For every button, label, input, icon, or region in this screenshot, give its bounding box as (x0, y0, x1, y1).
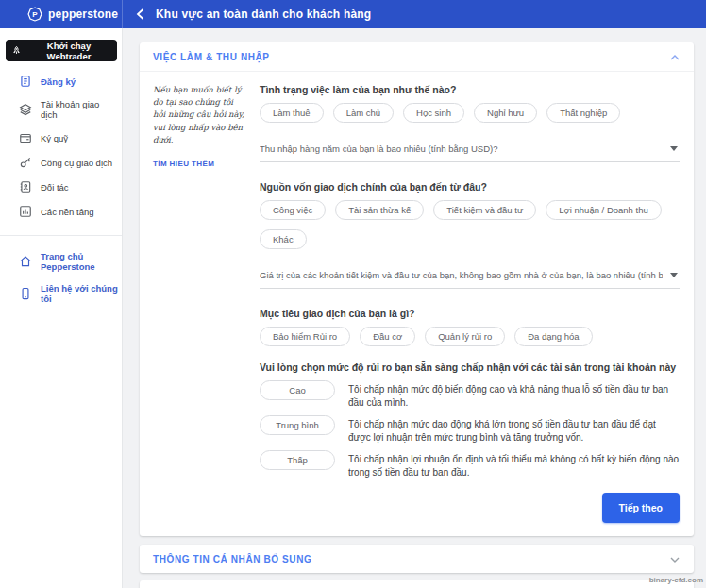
pepperstone-logo-icon: P (27, 7, 42, 22)
home-icon (19, 255, 32, 268)
sidebar-item-ky-quy[interactable]: Ký quỹ (0, 126, 122, 150)
risk-tolerance-group: Vui lòng chọn mức độ rủi ro bạn sẵn sàng… (260, 361, 680, 479)
rocket-icon (11, 45, 22, 56)
chip-cong-viec[interactable]: Công việc (260, 200, 326, 220)
chip-lam-thue[interactable]: Làm thuê (260, 103, 324, 123)
chip-loi-nhuan-doanh-thu[interactable]: Lợi nhuận / Doanh thu (546, 200, 661, 220)
chip-tai-san-thua-ke[interactable]: Tài sản thừa kế (335, 200, 424, 220)
risk-option-thap[interactable]: Thấp (260, 450, 335, 470)
sidebar-nav: Đăng ký Tài khoản giao dịch Ký quỹ Công … (0, 69, 122, 224)
contacts-icon (19, 180, 32, 193)
savings-value-label: Giá trị của các khoản tiết kiệm và đầu t… (260, 270, 663, 280)
chip-quan-ly-rui-ro[interactable]: Quản lý rủi ro (425, 327, 505, 346)
employment-income-header[interactable]: VIỆC LÀM & THU NHẬP (140, 42, 694, 72)
chip-tiet-kiem-va-dau-tu[interactable]: Tiết kiệm và đầu tư (433, 200, 536, 220)
phone-icon (19, 287, 32, 300)
document-icon (19, 75, 32, 88)
sidebar-item-label: Công cụ giao dịch (41, 158, 112, 168)
chip-lam-chu[interactable]: Làm chủ (333, 103, 394, 123)
employment-options: Làm thuê Làm chủ Học sinh Nghỉ hưu Thất … (260, 103, 680, 123)
main-content: VIỆC LÀM & THU NHẬP Nếu bạn muốn biết lý… (123, 28, 706, 588)
chip-hoc-sinh[interactable]: Học sinh (403, 103, 464, 123)
sidebar-item-label: Các nền tảng (41, 207, 94, 217)
next-button[interactable]: Tiếp theo (602, 493, 680, 523)
employment-income-body: Nếu bạn muốn biết lý do tại sao chúng tô… (140, 72, 694, 485)
question-funds-source: Nguồn vốn giao dịch chính của bạn đến từ… (260, 181, 680, 193)
layers-icon (19, 103, 32, 116)
sidebar-item-label: Đối tác (41, 182, 69, 193)
info-note-column: Nếu bạn muốn biết lý do tại sao chúng tô… (153, 84, 245, 485)
risk-option-cao[interactable]: Cao (260, 380, 335, 400)
trading-objective-options: Bảo hiểm Rủi ro Đầu cơ Quản lý rủi ro Đa… (260, 327, 680, 346)
watermark: binary-cfd.com (649, 576, 703, 584)
topbar: P pepperstone Khu vực an toàn dành cho k… (0, 0, 706, 28)
brand-name: pepperstone (48, 8, 118, 21)
sidebar-item-label: Ký quỹ (41, 133, 68, 143)
sidebar-item-label: Đăng ký (41, 76, 76, 87)
section-title: VIỆC LÀM & THU NHẬP (153, 52, 270, 62)
chip-dau-co[interactable]: Đầu cơ (360, 327, 415, 346)
chevron-left-icon (136, 8, 144, 20)
learn-more-link[interactable]: TÌM HIỂU THÊM (153, 160, 214, 168)
chip-khac[interactable]: Khác (260, 229, 307, 249)
question-risk-tolerance: Vui lòng chọn mức độ rủi ro bạn sẵn sàng… (260, 361, 680, 373)
key-icon (19, 156, 32, 169)
accordion-thong-tin-ca-nhan-bo-sung: THÔNG TIN CÁ NHÂN BỔ SUNG (140, 545, 694, 573)
risk-option-trung-binh[interactable]: Trung bình (260, 415, 335, 435)
chip-da-dang-hoa[interactable]: Đa dạng hóa (514, 327, 592, 346)
sidebar-item-label: Trang chủ Pepperstone (41, 251, 118, 272)
risk-row-medium: Trung bình Tôi chấp nhận mức dao động kh… (260, 415, 680, 444)
caret-down-icon (670, 146, 678, 151)
chip-that-nghiep[interactable]: Thất nghiệp (546, 103, 620, 123)
question-trading-objective: Mục tiêu giao dịch của bạn là gì? (260, 308, 680, 319)
sidebar-item-label: Liên hệ với chúng tôi (41, 283, 118, 304)
question-employment-status: Tình trạng việc làm của bạn như thế nào? (260, 84, 680, 95)
wallet-icon (19, 131, 32, 144)
brand: P pepperstone (0, 0, 123, 28)
chip-bao-hiem-rui-ro[interactable]: Bảo hiểm Rủi ro (260, 327, 350, 346)
risk-description-medium: Tôi chấp nhận mức dao động khá lớn trong… (348, 418, 680, 444)
chevron-down-icon (670, 557, 680, 563)
sidebar-item-label: Tài khoản giao dịch (41, 99, 118, 120)
savings-value-select[interactable]: Giá trị của các khoản tiết kiệm và đầu t… (260, 264, 680, 289)
sidebar-item-doi-tac[interactable]: Đối tác (0, 175, 122, 199)
risk-description-high: Tôi chấp nhận mức độ biến động cao và kh… (348, 383, 680, 409)
page-title: Khu vực an toàn dành cho khách hàng (156, 8, 371, 21)
chevron-up-icon (670, 55, 680, 60)
section-title: THÔNG TIN CÁ NHÂN BỔ SUNG (153, 554, 311, 564)
sidebar-item-dang-ky[interactable]: Đăng ký (0, 69, 122, 93)
sidebar-item-lien-he[interactable]: Liên hệ với chúng tôi (0, 277, 122, 310)
employment-income-section: VIỆC LÀM & THU NHẬP Nếu bạn muốn biết lý… (140, 42, 694, 536)
risk-description-low: Tôi chấp nhận lợi nhuận ổn định và tối t… (348, 453, 680, 479)
app-root: P pepperstone Khu vực an toàn dành cho k… (0, 0, 706, 588)
sidebar-item-trang-chu-pepperstone[interactable]: Trang chủ Pepperstone (0, 245, 122, 277)
info-note: Nếu bạn muốn biết lý do tại sao chúng tô… (153, 84, 245, 146)
sidebar: Khởi chạy Webtrader Đăng ký Tài khoản gi… (0, 28, 123, 588)
sidebar-item-cong-cu-giao-dich[interactable]: Công cụ giao dịch (0, 150, 122, 175)
form-actions: Tiếp theo (140, 485, 694, 536)
risk-row-low: Thấp Tôi chấp nhận lợi nhuận ổn định và … (260, 450, 680, 479)
sidebar-item-cac-nen-tang[interactable]: Các nền tảng (0, 199, 122, 224)
sidebar-divider (0, 235, 122, 236)
chip-nghi-huu[interactable]: Nghỉ hưu (474, 103, 537, 123)
bar-chart-icon (19, 205, 32, 218)
accordion-tuyen-bo: TUYÊN BỐ (140, 580, 694, 588)
back-button[interactable] (132, 7, 148, 22)
launch-webtrader-button[interactable]: Khởi chạy Webtrader (6, 40, 117, 61)
sidebar-item-tai-khoan-giao-dich[interactable]: Tài khoản giao dịch (0, 93, 122, 126)
annual-income-select[interactable]: Thu nhập hàng năm của bạn là bao nhiêu (… (260, 138, 680, 162)
caret-down-icon (670, 273, 678, 277)
svg-text:P: P (32, 10, 38, 19)
accordion-header[interactable]: TUYÊN BỐ (140, 580, 694, 588)
launch-webtrader-label: Khởi chạy Webtrader (26, 41, 111, 61)
risk-row-high: Cao Tôi chấp nhận mức độ biến động cao v… (260, 380, 680, 409)
funds-source-options: Công việc Tài sản thừa kế Tiết kiệm và đ… (260, 200, 680, 249)
form-column: Tình trạng việc làm của bạn như thế nào?… (260, 84, 680, 485)
accordion-header[interactable]: THÔNG TIN CÁ NHÂN BỔ SUNG (140, 545, 694, 573)
annual-income-label: Thu nhập hàng năm của bạn là bao nhiêu (… (260, 143, 663, 154)
